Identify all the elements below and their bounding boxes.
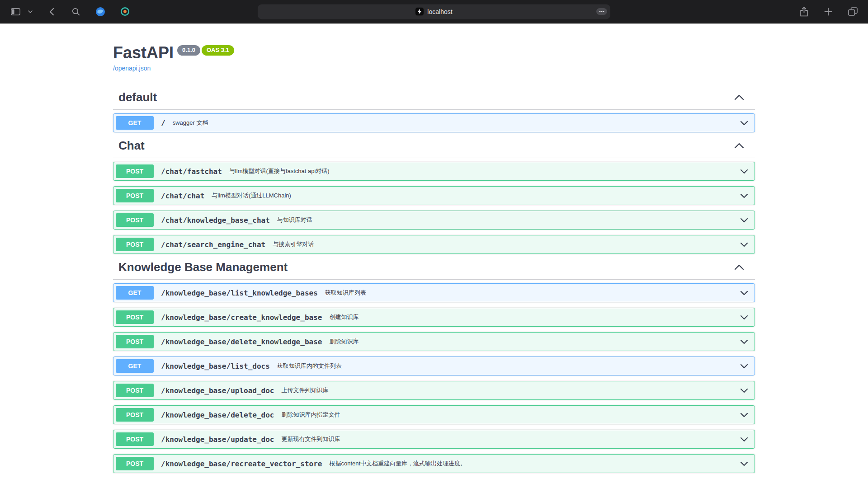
chevron-down-icon: [740, 315, 748, 320]
operation-row[interactable]: POST /chat/fastchat 与llm模型对话(直接与fastchat…: [113, 162, 755, 181]
version-badge: 0.1.0: [177, 45, 200, 56]
operation-row[interactable]: POST /chat/search_engine_chat 与搜索引擎对话: [113, 235, 755, 254]
sidebar-toggle-button[interactable]: [8, 5, 23, 19]
expand-operation-button[interactable]: [740, 291, 748, 296]
operation-row[interactable]: POST /chat/chat 与llm模型对话(通过LLMChain): [113, 186, 755, 205]
operation-description: 根据content中文档重建向量库，流式输出处理进度。: [329, 460, 740, 468]
chevron-up-icon: [734, 94, 744, 100]
method-badge: GET: [116, 286, 154, 300]
operation-path: /knowledge_base/delete_doc: [161, 411, 274, 419]
tab-overview-button[interactable]: [845, 5, 860, 19]
operation-description: swagger 文档: [173, 119, 740, 127]
operation-description: 创建知识库: [329, 313, 740, 321]
operation-description: 获取知识库内的文件列表: [277, 362, 740, 370]
operation-row[interactable]: GET /knowledge_base/list_knowledge_bases…: [113, 283, 755, 302]
operation-description: 上传文件到知识库: [281, 386, 740, 394]
operation-row[interactable]: POST /knowledge_base/delete_knowledge_ba…: [113, 332, 755, 351]
operation-path: /knowledge_base/list_knowledge_bases: [161, 289, 318, 297]
sidebar-menu-chevron[interactable]: [26, 5, 34, 19]
blue-bird-app-icon: [95, 7, 105, 17]
operation-row[interactable]: POST /knowledge_base/create_knowledge_ba…: [113, 308, 755, 327]
collapse-section-button[interactable]: [734, 94, 744, 100]
expand-operation-button[interactable]: [740, 413, 748, 418]
operation-path: /knowledge_base/delete_knowledge_base: [161, 338, 322, 346]
blue-app-extension-button[interactable]: [93, 5, 108, 19]
operation-path: /chat/chat: [161, 192, 204, 200]
section-operations: GET / swagger 文档: [113, 110, 755, 132]
new-tab-button[interactable]: [821, 5, 835, 19]
address-bar[interactable]: localhost: [258, 4, 610, 19]
browser-toolbar: localhost: [0, 0, 868, 23]
api-tag-section: default GET / swagger 文档: [113, 90, 755, 132]
tabs-overview-icon: [848, 7, 858, 16]
expand-operation-button[interactable]: [740, 315, 748, 320]
collapse-section-button[interactable]: [734, 143, 744, 149]
section-header[interactable]: Chat: [113, 139, 755, 158]
section-title: Chat: [118, 139, 734, 152]
expand-operation-button[interactable]: [740, 218, 748, 223]
api-title-text: FastAPI: [113, 43, 174, 62]
expand-operation-button[interactable]: [740, 169, 748, 174]
chevron-up-icon: [734, 264, 744, 270]
operation-path: /knowledge_base/create_knowledge_base: [161, 313, 322, 322]
method-badge: POST: [116, 238, 154, 251]
api-info: FastAPI0.1.0OAS 3.1 /openapi.json: [113, 43, 755, 72]
expand-operation-button[interactable]: [740, 388, 748, 393]
search-icon: [72, 8, 80, 16]
page-extensions-button[interactable]: [596, 8, 607, 15]
method-badge: POST: [116, 384, 154, 397]
operation-description: 与搜索引擎对话: [273, 240, 740, 249]
method-badge: POST: [116, 310, 154, 324]
expand-operation-button[interactable]: [740, 339, 748, 344]
method-badge: POST: [116, 164, 154, 178]
expand-operation-button[interactable]: [740, 193, 748, 198]
expand-operation-button[interactable]: [740, 437, 748, 442]
expand-operation-button[interactable]: [740, 364, 748, 369]
openapi-spec-link[interactable]: /openapi.json: [113, 65, 151, 72]
chevron-left-icon: [49, 8, 54, 16]
method-badge: POST: [116, 457, 154, 470]
chevron-down-icon: [740, 169, 748, 174]
back-button[interactable]: [44, 5, 59, 19]
operation-row[interactable]: GET /knowledge_base/list_docs 获取知识库内的文件列…: [113, 357, 755, 375]
collapse-section-button[interactable]: [734, 264, 744, 270]
section-header[interactable]: default: [113, 90, 755, 110]
chevron-down-icon: [740, 291, 748, 296]
expand-operation-button[interactable]: [740, 242, 748, 247]
operation-row[interactable]: POST /knowledge_base/update_doc 更新现有文件到知…: [113, 430, 755, 449]
expand-operation-button[interactable]: [740, 121, 748, 126]
operation-description: 删除知识库内指定文件: [281, 411, 740, 419]
operation-description: 获取知识库列表: [325, 289, 740, 297]
plus-icon: [824, 8, 832, 16]
chevron-down-icon: [740, 193, 748, 198]
operation-description: 与llm模型对话(通过LLMChain): [212, 192, 740, 200]
operation-row[interactable]: POST /knowledge_base/delete_doc 删除知识库内指定…: [113, 405, 755, 424]
operation-description: 与llm模型对话(直接与fastchat api对话): [229, 167, 740, 175]
expand-operation-button[interactable]: [740, 461, 748, 466]
operation-path: /knowledge_base/list_docs: [161, 362, 270, 371]
section-operations: POST /chat/fastchat 与llm模型对话(直接与fastchat…: [113, 158, 755, 254]
ring-extension-button[interactable]: [118, 5, 132, 19]
share-button[interactable]: [797, 5, 811, 19]
operation-row[interactable]: POST /knowledge_base/upload_doc 上传文件到知识库: [113, 381, 755, 400]
method-badge: POST: [116, 189, 154, 202]
chevron-down-icon: [740, 388, 748, 393]
operation-row[interactable]: POST /chat/knowledge_base_chat 与知识库对话: [113, 211, 755, 230]
operation-row[interactable]: POST /knowledge_base/recreate_vector_sto…: [113, 454, 755, 473]
search-button[interactable]: [69, 5, 83, 19]
ellipsis-icon: [596, 8, 607, 15]
chevron-down-icon: [740, 339, 748, 344]
chevron-down-icon: [740, 437, 748, 442]
method-badge: POST: [116, 408, 154, 422]
sidebar-icon: [11, 8, 20, 15]
operation-row[interactable]: GET / swagger 文档: [113, 113, 755, 132]
operation-path: /knowledge_base/upload_doc: [161, 386, 274, 395]
api-title: FastAPI0.1.0OAS 3.1: [113, 43, 755, 62]
operation-path: /chat/knowledge_base_chat: [161, 216, 270, 225]
section-header[interactable]: Knowledge Base Management: [113, 260, 755, 280]
method-badge: POST: [116, 335, 154, 348]
oas-version-badge: OAS 3.1: [202, 45, 234, 56]
section-title: default: [118, 90, 734, 104]
operation-description: 更新现有文件到知识库: [281, 435, 740, 443]
chevron-down-icon: [740, 218, 748, 223]
